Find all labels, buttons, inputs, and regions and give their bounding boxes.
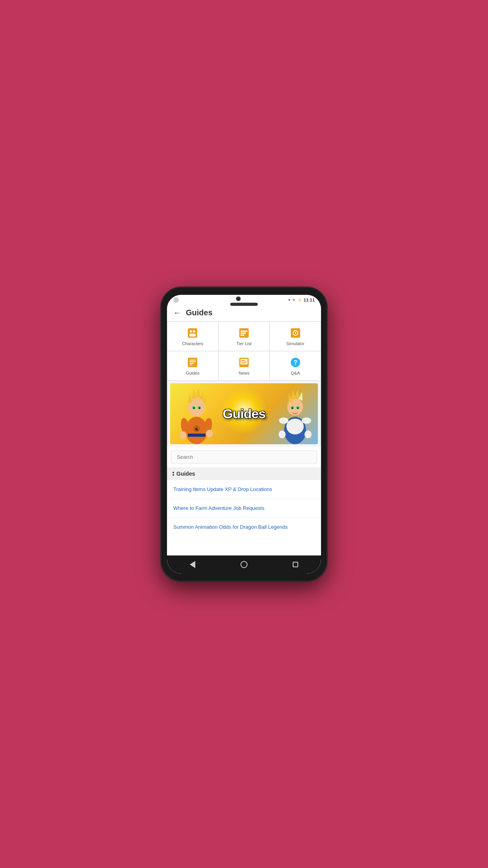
svg-point-10: [295, 332, 296, 334]
news-icon: [238, 356, 250, 369]
status-bar: ▾ ✕ ⚡ 11:11: [167, 295, 321, 304]
app-header: ← Guides: [167, 304, 321, 322]
category-guides[interactable]: Guides: [167, 351, 218, 381]
svg-rect-13: [189, 360, 196, 360]
svg-rect-16: [189, 364, 193, 365]
search-input[interactable]: [171, 451, 317, 463]
tier-list-icon: [238, 327, 250, 339]
svg-marker-48: [291, 390, 295, 400]
svg-point-53: [292, 407, 293, 409]
signal-icon: ✕: [292, 298, 295, 302]
guide-link-3[interactable]: Summon Animation Odds for Dragon Ball Le…: [173, 524, 288, 530]
svg-point-54: [297, 407, 299, 409]
category-news[interactable]: News: [218, 351, 270, 381]
news-label: News: [238, 371, 250, 375]
back-button[interactable]: ←: [173, 308, 181, 317]
bottom-nav: [167, 555, 321, 574]
svg-point-43: [286, 419, 304, 434]
svg-marker-50: [298, 392, 303, 401]
search-container: [167, 447, 321, 467]
guide-item-2[interactable]: Where to Farm Adventure Job Requests: [167, 499, 321, 518]
back-nav-icon: [190, 561, 195, 568]
svg-rect-7: [240, 335, 244, 336]
category-grid: Characters Tier List: [167, 322, 321, 381]
goku-figure: 亀: [178, 387, 215, 444]
guide-list: Training Items Update XP & Drop Location…: [167, 480, 321, 555]
guide-item-3[interactable]: Summon Animation Odds for Dragon Ball Le…: [167, 518, 321, 536]
svg-point-1: [190, 330, 192, 333]
wifi-icon: ▾: [288, 298, 290, 302]
guides-icon: [186, 356, 199, 369]
qna-icon: ?: [289, 356, 302, 369]
home-nav-icon: [240, 561, 248, 568]
nav-back-button[interactable]: [188, 560, 197, 569]
svg-point-55: [279, 430, 286, 438]
svg-marker-28: [196, 388, 200, 397]
phone-screen: ▾ ✕ ⚡ 11:11 ← Guides: [167, 295, 321, 574]
svg-marker-49: [295, 389, 299, 398]
svg-rect-20: [241, 362, 247, 362]
svg-rect-12: [188, 358, 197, 367]
svg-point-44: [279, 417, 288, 424]
svg-rect-21: [241, 363, 246, 364]
svg-point-45: [302, 417, 311, 424]
tier-list-label: Tier List: [237, 341, 252, 346]
banner-background: 亀: [170, 383, 318, 444]
section-title: Guides: [176, 471, 195, 477]
phone-device: ▾ ✕ ⚡ 11:11 ← Guides: [161, 288, 327, 581]
guide-item-1[interactable]: Training Items Update XP & Drop Location…: [167, 480, 321, 499]
status-icons: ▾ ✕ ⚡ 11:11: [288, 298, 315, 302]
section-header: Guides: [167, 467, 321, 480]
battery-icon: ⚡: [297, 298, 302, 302]
svg-rect-6: [240, 333, 246, 334]
characters-icon: [186, 327, 199, 339]
svg-marker-29: [200, 391, 204, 400]
characters-label: Characters: [182, 341, 203, 346]
svg-point-2: [193, 330, 195, 333]
svg-marker-26: [188, 393, 192, 403]
category-qna[interactable]: ? Q&A: [270, 351, 321, 381]
svg-rect-3: [189, 334, 196, 337]
svg-point-40: [206, 430, 213, 438]
nav-recents-button[interactable]: [291, 560, 300, 569]
svg-text:亀: 亀: [195, 427, 199, 431]
svg-rect-5: [240, 331, 248, 332]
recents-nav-icon: [293, 562, 298, 567]
svg-rect-19: [241, 360, 245, 361]
banner-title: Guides: [222, 406, 265, 421]
simulator-icon: [289, 327, 302, 339]
svg-rect-41: [188, 434, 205, 437]
category-characters[interactable]: Characters: [167, 322, 218, 351]
svg-rect-14: [189, 361, 196, 362]
svg-point-56: [305, 430, 312, 438]
vegeta-figure: [277, 387, 314, 444]
page-title: Guides: [186, 308, 213, 317]
banner: 亀: [170, 383, 318, 444]
qna-label: Q&A: [291, 371, 300, 375]
guide-link-2[interactable]: Where to Farm Adventure Job Requests: [173, 505, 264, 511]
svg-marker-27: [192, 389, 196, 399]
svg-point-34: [199, 407, 200, 409]
category-tier-list[interactable]: Tier List: [218, 322, 270, 351]
status-indicator: [173, 297, 179, 303]
guides-label: Guides: [186, 371, 200, 375]
nav-home-button[interactable]: [240, 560, 248, 569]
svg-point-39: [180, 431, 187, 439]
guide-link-1[interactable]: Training Items Update XP & Drop Location…: [173, 486, 272, 492]
camera: [236, 296, 241, 301]
section-dots-icon: [172, 472, 174, 476]
simulator-label: Simulator: [286, 341, 304, 346]
status-time: 11:11: [304, 298, 315, 302]
category-simulator[interactable]: Simulator: [270, 322, 321, 351]
svg-point-33: [193, 407, 195, 409]
svg-text:?: ?: [294, 359, 297, 366]
svg-rect-15: [189, 363, 194, 364]
